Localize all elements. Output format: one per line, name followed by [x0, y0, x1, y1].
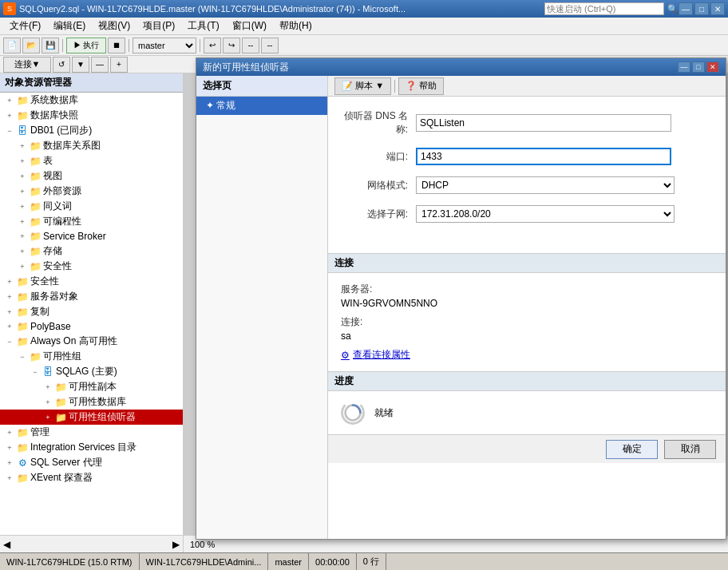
- expand-button[interactable]: +: [110, 57, 128, 73]
- network-select[interactable]: DHCP 静态IP: [416, 176, 675, 194]
- expand-storage[interactable]: +: [16, 245, 29, 258]
- script-button[interactable]: 📝 脚本 ▼: [334, 77, 391, 95]
- port-input[interactable]: [416, 148, 671, 165]
- expand-mgmt[interactable]: +: [3, 426, 16, 439]
- tree-item-tables[interactable]: + 📁 表: [0, 153, 183, 168]
- tree-item-mgmt[interactable]: + 📁 管理: [0, 425, 183, 440]
- expand-xevent[interactable]: +: [3, 472, 16, 485]
- expand-sys-db[interactable]: +: [3, 94, 16, 107]
- maximize-button[interactable]: □: [694, 2, 709, 15]
- expand-ext-res[interactable]: +: [16, 185, 29, 198]
- view-connection-link[interactable]: ⚙ 查看连接属性: [341, 348, 713, 362]
- tree-item-ag-replicas[interactable]: + 📁 可用性副本: [0, 379, 183, 394]
- expand-security-db[interactable]: +: [16, 260, 29, 273]
- expand-svc-broker[interactable]: +: [16, 230, 29, 243]
- connect-button[interactable]: 连接▼: [3, 57, 51, 73]
- tree-item-sys-db[interactable]: + 📁 系统数据库: [0, 93, 183, 108]
- database-selector[interactable]: master: [133, 38, 196, 53]
- expand-synonyms[interactable]: +: [16, 200, 29, 213]
- save-button[interactable]: 💾: [42, 38, 59, 53]
- menu-tools[interactable]: 工具(T): [181, 18, 225, 34]
- tree-item-prog[interactable]: + 📁 可编程性: [0, 214, 183, 229]
- tree-item-sec-top[interactable]: + 📁 安全性: [0, 274, 183, 289]
- tree-item-sql-agent[interactable]: + ⚙ SQL Server 代理: [0, 455, 183, 470]
- expand-db01[interactable]: −: [3, 125, 16, 137]
- tree-item-polybase[interactable]: + 📁 PolyBase: [0, 319, 183, 334]
- expand-ag-group[interactable]: −: [16, 350, 29, 363]
- expand-views[interactable]: +: [16, 170, 29, 183]
- expand-svr-obj[interactable]: +: [3, 291, 16, 303]
- tree-item-views[interactable]: + 📁 视图: [0, 168, 183, 184]
- folder-icon-prog: 📁: [29, 216, 42, 228]
- expand-prog[interactable]: +: [16, 216, 29, 228]
- folder-icon-sys-db: 📁: [16, 94, 29, 107]
- expand-ag-listeners[interactable]: +: [42, 411, 54, 424]
- tree-item-sqlag[interactable]: − 🗄 SQLAG (主要): [0, 364, 183, 379]
- dialog-sidebar-item-general[interactable]: ✦ 常规: [196, 97, 327, 115]
- menu-file[interactable]: 文件(F): [3, 18, 47, 34]
- menu-view[interactable]: 视图(V): [92, 18, 136, 34]
- tree-item-svc-broker[interactable]: + 📁 Service Broker: [0, 229, 183, 243]
- execute-button[interactable]: ▶ 执行: [66, 38, 106, 53]
- tree-item-synonyms[interactable]: + 📁 同义词: [0, 199, 183, 214]
- comment-button[interactable]: --: [242, 38, 259, 53]
- menu-edit[interactable]: 编辑(E): [47, 18, 92, 34]
- expand-tables[interactable]: +: [16, 155, 29, 168]
- new-listener-dialog[interactable]: 新的可用性组侦听器 — □ ✕ 选择页 ✦ 常规 📝 脚本: [196, 57, 726, 540]
- redo-button[interactable]: ↪: [223, 38, 240, 53]
- menu-project[interactable]: 项目(P): [136, 18, 181, 34]
- help-button[interactable]: ❓ 帮助: [398, 77, 444, 95]
- dns-input[interactable]: [416, 114, 671, 132]
- tree-item-security-db[interactable]: + 📁 安全性: [0, 259, 183, 274]
- new-query-button[interactable]: 📄: [3, 38, 21, 53]
- expand-repl[interactable]: +: [3, 306, 16, 319]
- expand-ag-replicas[interactable]: +: [42, 381, 54, 394]
- minimize-button[interactable]: —: [679, 2, 693, 15]
- dialog-maximize-btn[interactable]: □: [692, 61, 705, 73]
- expand-sql-agent[interactable]: +: [3, 457, 16, 469]
- cancel-button[interactable]: 取消: [664, 440, 716, 459]
- expand-db-diagram[interactable]: +: [16, 140, 29, 152]
- stop-button[interactable]: ⏹: [108, 38, 125, 53]
- tree-item-storage[interactable]: + 📁 存储: [0, 243, 183, 259]
- nav-right[interactable]: ▶: [172, 539, 180, 550]
- undo-button[interactable]: ↩: [204, 38, 221, 53]
- tree-item-ag-listeners[interactable]: + 📁 可用性组侦听器: [0, 410, 183, 425]
- dialog-title-text: 新的可用性组侦听器: [203, 61, 678, 74]
- expand-alwayson[interactable]: −: [3, 335, 16, 348]
- menu-window[interactable]: 窗口(W): [226, 18, 273, 34]
- open-button[interactable]: 📂: [22, 38, 40, 53]
- dialog-close-btn[interactable]: ✕: [706, 61, 719, 73]
- tree-item-ag-dbs[interactable]: + 📁 可用性数据库: [0, 394, 183, 410]
- collapse-button[interactable]: —: [91, 57, 109, 73]
- tree-item-ag-group[interactable]: − 📁 可用性组: [0, 349, 183, 364]
- tree-item-int-svc[interactable]: + 📁 Integration Services 目录: [0, 440, 183, 455]
- expand-int-svc[interactable]: +: [3, 441, 16, 454]
- tree-item-svr-obj[interactable]: + 📁 服务器对象: [0, 289, 183, 304]
- expand-sec-top[interactable]: +: [3, 275, 16, 288]
- tree-item-alwayson[interactable]: − 📁 Always On 高可用性: [0, 334, 183, 349]
- tree-item-ext-res[interactable]: + 📁 外部资源: [0, 184, 183, 199]
- expand-polybase[interactable]: +: [3, 320, 16, 333]
- expand-snap[interactable]: +: [3, 109, 16, 122]
- quick-search-input[interactable]: [544, 2, 664, 15]
- folder-icon-synonyms: 📁: [29, 200, 42, 213]
- expand-sqlag[interactable]: −: [29, 366, 42, 378]
- ok-button[interactable]: 确定: [606, 440, 658, 459]
- menu-help[interactable]: 帮助(H): [273, 18, 318, 34]
- refresh-button[interactable]: ↺: [53, 57, 70, 73]
- dialog-minimize-btn[interactable]: —: [678, 61, 690, 73]
- tree-item-repl[interactable]: + 📁 复制: [0, 304, 183, 319]
- subnet-select[interactable]: 172.31.208.0/20: [416, 205, 675, 223]
- tree-item-snap[interactable]: + 📁 数据库快照: [0, 108, 183, 123]
- uncomment-button[interactable]: --: [261, 38, 279, 53]
- nav-left[interactable]: ◀: [3, 539, 10, 550]
- expand-ag-dbs[interactable]: +: [42, 396, 54, 409]
- help-icon: ❓: [406, 81, 417, 90]
- close-button[interactable]: ✕: [710, 2, 725, 15]
- label-ag-listeners: 可用性组侦听器: [67, 410, 136, 424]
- tree-item-db01[interactable]: − 🗄 DB01 (已同步): [0, 123, 183, 138]
- filter-button[interactable]: ▼: [72, 57, 89, 73]
- tree-item-xevent[interactable]: + 📁 XEvent 探查器: [0, 470, 183, 485]
- tree-item-db-diagram[interactable]: + 📁 数据库关系图: [0, 138, 183, 153]
